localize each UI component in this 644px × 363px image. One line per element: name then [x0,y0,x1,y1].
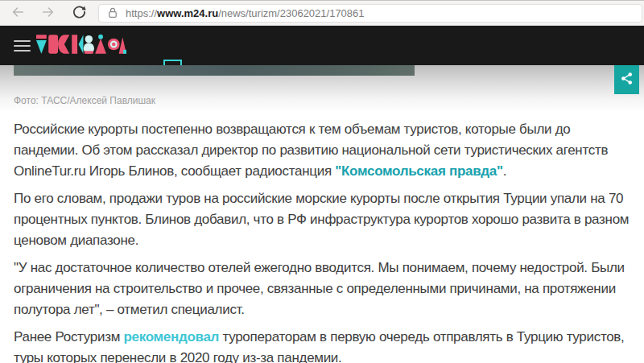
article-photo [14,65,415,76]
hero-section: Фото: ТАСС/Алексей Павлишак [0,65,644,112]
forward-arrow-icon [41,5,56,22]
paragraph-text: Российские курорты постепенно возвращают… [14,122,608,179]
url-bar[interactable]: https://www.m24.ru/news/turizm/23062021/… [98,4,642,23]
menu-button[interactable] [14,37,31,55]
photo-credit: Фото: ТАСС/Алексей Павлишак [14,95,155,106]
back-arrow-icon [10,5,25,22]
share-button[interactable] [614,65,639,94]
url-text: https://www.m24.ru/news/turizm/23062021/… [126,7,365,19]
browser-chrome: https://www.m24.ru/news/turizm/23062021/… [0,0,644,26]
paragraph-text: . [503,163,506,179]
article-body: Российские курорты постепенно возвращают… [14,119,632,363]
moskva24-logo[interactable] [36,34,126,57]
hamburger-icon [14,40,31,42]
lock-icon[interactable] [107,6,118,19]
article-paragraph: По его словам, продажи туров на российск… [14,188,632,251]
url-host: www.m24.ru [157,7,218,19]
paragraph-text: "У нас достаточное количество отелей еже… [14,260,625,317]
article-link[interactable]: "Комсомольская правда" [335,163,502,179]
refresh-button[interactable] [68,2,90,23]
share-icon [620,71,634,89]
article-paragraph: Российские курорты постепенно возвращают… [14,119,632,182]
forward-button[interactable] [37,2,60,23]
url-scheme: https:// [126,7,157,19]
site-header [0,26,644,65]
article-paragraph: Ранее Ростуризм рекомендовал туроператор… [14,327,632,363]
back-button[interactable] [6,2,29,23]
article-paragraph: "У нас достаточное количество отелей еже… [14,258,632,320]
refresh-icon [72,4,87,22]
url-path: /news/turizm/23062021/170861 [218,7,364,19]
paragraph-text: Ранее Ростуризм [14,329,123,344]
article-link[interactable]: рекомендовал [123,329,219,344]
moskva24-logo-icon [36,34,126,57]
paragraph-text: По его словам, продажи туров на российск… [14,191,629,248]
